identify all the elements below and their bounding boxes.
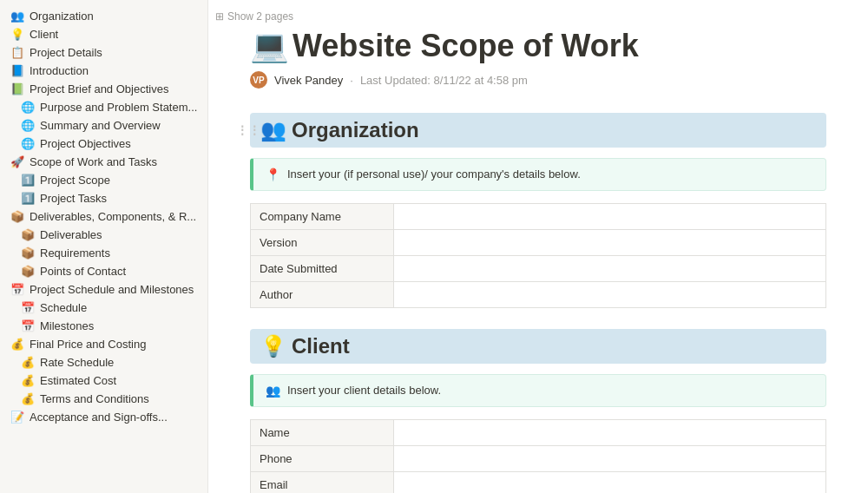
sidebar-item-label: Project Objectives xyxy=(40,137,131,150)
sidebar-item[interactable]: 📝Acceptance and Sign-offs... xyxy=(0,408,207,426)
sidebar-item-label: Project Tasks xyxy=(40,192,107,205)
company-name-label: Company Name xyxy=(251,204,394,230)
sidebar-item[interactable]: 📦Requirements xyxy=(0,244,207,262)
organization-callout: 📍 Insert your (if personal use)/ your co… xyxy=(250,158,826,191)
show-pages-label: Show 2 pages xyxy=(227,10,293,23)
sidebar-item-label: Project Details xyxy=(30,46,102,59)
avatar: VP xyxy=(250,71,267,89)
sidebar-item[interactable]: 📅Schedule xyxy=(0,299,207,317)
sidebar-item[interactable]: 📋Project Details xyxy=(0,43,207,62)
table-row: Email xyxy=(251,472,826,494)
sidebar-item[interactable]: 📦Deliverables xyxy=(0,226,207,244)
table-row: Name xyxy=(251,420,826,446)
sidebar-icon: 🌐 xyxy=(21,119,35,132)
sidebar-item-label: Project Scope xyxy=(40,174,110,187)
sidebar-item[interactable]: 💰Terms and Conditions xyxy=(0,390,207,408)
sidebar-item[interactable]: 💰Estimated Cost xyxy=(0,371,207,390)
drag-handle[interactable]: ⋮⋮ xyxy=(236,123,260,137)
sidebar-item[interactable]: 📦Points of Contact xyxy=(0,262,207,280)
sidebar-item-label: Final Price and Costing xyxy=(30,338,146,351)
sidebar-icon: 📦 xyxy=(21,246,35,260)
table-row: Version xyxy=(251,230,826,256)
sidebar-item-label: Project Schedule and Milestones xyxy=(30,283,194,296)
date-submitted-value[interactable] xyxy=(394,256,826,282)
version-label: Version xyxy=(251,230,394,256)
name-value[interactable] xyxy=(394,420,826,446)
meta-row: VP Vivek Pandey · Last Updated: 8/11/22 … xyxy=(250,71,826,89)
sidebar-item-label: Introduction xyxy=(30,64,89,77)
sidebar-icon: 📋 xyxy=(10,46,24,59)
meta-separator: · xyxy=(350,74,353,87)
sidebar-icon: 💰 xyxy=(21,374,35,387)
sidebar-icon: 📅 xyxy=(21,301,35,314)
organization-icon: 👥 xyxy=(260,118,286,142)
client-callout: 👥 Insert your client details below. xyxy=(250,374,826,407)
sidebar-item[interactable]: 🚀Scope of Work and Tasks xyxy=(0,153,207,171)
sidebar-item-label: Deliverables xyxy=(40,228,102,241)
callout-people-icon: 👥 xyxy=(266,384,280,398)
author-name[interactable]: Vivek Pandey xyxy=(274,74,343,87)
sidebar-item-label: Client xyxy=(30,28,58,41)
client-table: Name Phone Email Mailing Address xyxy=(250,419,826,493)
sidebar-icon: 💰 xyxy=(21,392,35,405)
client-title: Client xyxy=(292,334,350,358)
sidebar-item-label: Scope of Work and Tasks xyxy=(30,155,157,168)
author-value[interactable] xyxy=(394,282,826,308)
sidebar-item[interactable]: 💰Rate Schedule xyxy=(0,353,207,371)
sidebar-icon: 📅 xyxy=(10,283,24,296)
sidebar-item[interactable]: 🌐Project Objectives xyxy=(0,135,207,153)
sidebar-item-label: Estimated Cost xyxy=(40,374,116,387)
sidebar-item[interactable]: 1️⃣Project Tasks xyxy=(0,189,207,207)
page-title-text: Website Scope of Work xyxy=(293,28,639,64)
sidebar-icon: 📗 xyxy=(10,82,24,95)
sidebar-icon: 1️⃣ xyxy=(21,174,35,187)
sidebar-item-label: Acceptance and Sign-offs... xyxy=(30,411,168,424)
sidebar-icon: 💡 xyxy=(10,28,24,41)
email-value[interactable] xyxy=(394,472,826,494)
sidebar-item[interactable]: 📦Deliverables, Components, & R... xyxy=(0,207,207,226)
sidebar-icon: 📦 xyxy=(21,265,35,278)
client-icon: 💡 xyxy=(260,334,286,358)
client-section-header: 💡 Client xyxy=(250,329,826,364)
sidebar-item-label: Requirements xyxy=(40,246,110,260)
sidebar-item[interactable]: 🌐Purpose and Problem Statem... xyxy=(0,98,207,116)
sidebar-item-label: Purpose and Problem Statem... xyxy=(40,101,197,114)
sidebar-item[interactable]: 🌐Summary and Overview xyxy=(0,116,207,135)
sidebar-icon: 💰 xyxy=(21,356,35,369)
main-content: ⊞ Show 2 pages 💻 Website Scope of Work V… xyxy=(208,0,868,493)
sidebar-item[interactable]: 👥Organization xyxy=(0,7,207,25)
organization-callout-text: Insert your (if personal use)/ your comp… xyxy=(287,168,581,181)
name-label: Name xyxy=(251,420,394,446)
sidebar-item-label: Rate Schedule xyxy=(40,356,114,369)
sidebar-item[interactable]: 📅Project Schedule and Milestones xyxy=(0,280,207,299)
sidebar: 👥Organization💡Client📋Project Details📘Int… xyxy=(0,0,208,493)
sidebar-item-label: Terms and Conditions xyxy=(40,392,149,405)
sidebar-icon: 🌐 xyxy=(21,137,35,150)
page-title: 💻 Website Scope of Work xyxy=(250,28,826,64)
sidebar-item-label: Schedule xyxy=(40,301,87,314)
sidebar-icon: 🌐 xyxy=(21,101,35,114)
sidebar-item-label: Milestones xyxy=(40,319,94,332)
phone-value[interactable] xyxy=(394,446,826,472)
sidebar-item[interactable]: 💰Final Price and Costing xyxy=(0,335,207,353)
sidebar-icon: 📘 xyxy=(10,64,24,77)
sidebar-item[interactable]: 💡Client xyxy=(0,25,207,43)
email-label: Email xyxy=(251,472,394,494)
phone-label: Phone xyxy=(251,446,394,472)
sidebar-item-label: Summary and Overview xyxy=(40,119,161,132)
client-callout-text: Insert your client details below. xyxy=(287,384,441,397)
organization-title: Organization xyxy=(292,118,419,142)
sidebar-icon: 📦 xyxy=(10,210,24,223)
page-title-emoji: 💻 xyxy=(250,28,289,64)
sidebar-item[interactable]: 1️⃣Project Scope xyxy=(0,171,207,189)
sidebar-item-label: Deliverables, Components, & R... xyxy=(30,210,196,223)
sidebar-icon: 📝 xyxy=(10,411,24,424)
sidebar-item[interactable]: 📗Project Brief and Objectives xyxy=(0,80,207,98)
table-row: Date Submitted xyxy=(251,256,826,282)
sidebar-item-label: Points of Contact xyxy=(40,265,126,278)
sidebar-item[interactable]: 📘Introduction xyxy=(0,62,207,80)
show-pages-bar[interactable]: ⊞ Show 2 pages xyxy=(215,10,293,23)
sidebar-item[interactable]: 📅Milestones xyxy=(0,317,207,335)
company-name-value[interactable] xyxy=(394,204,826,230)
version-value[interactable] xyxy=(394,230,826,256)
